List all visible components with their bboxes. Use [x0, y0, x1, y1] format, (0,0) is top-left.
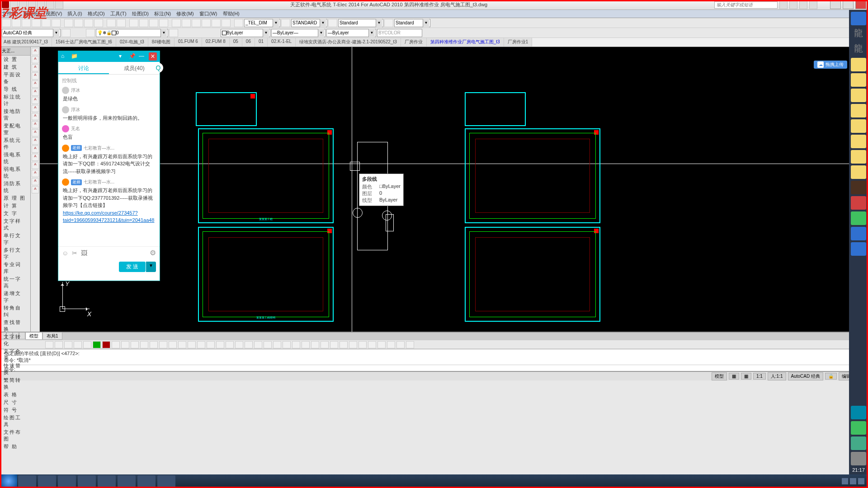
- drawing-canvas[interactable]: 某某某工程 某某某工程照明 ☁ 拖拽上传: [40, 47, 858, 332]
- bt-btn[interactable]: [273, 341, 281, 348]
- layout-scrollbar[interactable]: [62, 332, 868, 340]
- send-button[interactable]: 发 送: [119, 262, 146, 272]
- bt-btn[interactable]: [406, 341, 414, 348]
- bt-btn[interactable]: [121, 341, 129, 348]
- doc-tab-active[interactable]: 第四种准维作业厂房电气施工图_t3: [427, 38, 504, 47]
- tb-redo[interactable]: [117, 19, 126, 27]
- palette-item[interactable]: 文 字: [0, 210, 30, 217]
- tray-icon[interactable]: [850, 478, 856, 484]
- tb-undo[interactable]: [107, 19, 116, 27]
- palette-item[interactable]: 系统元件: [0, 136, 30, 151]
- bt-btn[interactable]: [74, 341, 82, 348]
- palette-item[interactable]: 导 线: [0, 85, 30, 93]
- palette-item[interactable]: 标注统计: [0, 93, 30, 108]
- start-button[interactable]: [0, 474, 17, 488]
- emoji-icon[interactable]: ☺: [62, 249, 68, 257]
- tb-publish[interactable]: [52, 19, 61, 27]
- gadget[interactable]: [851, 421, 866, 435]
- bt-btn[interactable]: [340, 341, 348, 348]
- lp-a3[interactable]: A: [32, 64, 39, 71]
- sb-model[interactable]: 模型: [712, 372, 727, 380]
- bt-btn[interactable]: [64, 341, 72, 348]
- menu-dim[interactable]: 标注(N): [154, 10, 171, 17]
- palette-item[interactable]: 文字样式: [0, 217, 30, 232]
- palette-item[interactable]: 建 筑: [0, 63, 30, 71]
- palette-item[interactable]: 文件布图: [0, 428, 30, 443]
- tb-markup[interactable]: [212, 19, 221, 27]
- bt-btn[interactable]: [169, 341, 177, 348]
- bt-btn[interactable]: [359, 341, 367, 348]
- help2-icon[interactable]: [809, 1, 817, 9]
- help-search[interactable]: [714, 1, 778, 9]
- maximize-button[interactable]: [843, 1, 854, 9]
- minimize-button[interactable]: [830, 1, 841, 9]
- gadget-folder[interactable]: [851, 119, 866, 133]
- bt-btn[interactable]: [377, 341, 386, 348]
- tb-tblstyle-icon[interactable]: [328, 19, 337, 27]
- palette-item[interactable]: 文字转化: [0, 333, 30, 347]
- ws-settings[interactable]: [61, 29, 71, 37]
- bt-btn[interactable]: [188, 341, 196, 348]
- taskbar-item[interactable]: [78, 475, 96, 487]
- bt-btn[interactable]: [396, 341, 405, 348]
- palette-item[interactable]: 统一字高: [0, 275, 30, 290]
- menu-format[interactable]: 格式(O): [88, 10, 105, 17]
- palette-item[interactable]: 尺 寸: [0, 399, 30, 406]
- tb-tool-pal[interactable]: [192, 19, 201, 27]
- doc-tab[interactable]: 厂房作业1: [504, 38, 533, 47]
- chat-folder-icon[interactable]: 📁: [71, 53, 78, 60]
- bt-btn[interactable]: [216, 341, 224, 348]
- bt-btn[interactable]: [349, 341, 357, 348]
- gadget[interactable]: [851, 181, 866, 194]
- tb-props[interactable]: [172, 19, 181, 27]
- sb-scale1[interactable]: 1:1: [753, 373, 766, 380]
- palette-item[interactable]: 文字合并: [0, 347, 30, 362]
- palette-item[interactable]: 单行文字: [0, 232, 30, 246]
- gadget-folder[interactable]: [851, 73, 866, 87]
- lp-a2[interactable]: A: [32, 56, 39, 63]
- layer-prev[interactable]: [169, 29, 178, 37]
- chat-pin-icon[interactable]: 📌: [129, 53, 136, 60]
- doc-tab[interactable]: 01.FUM 6: [175, 38, 202, 47]
- bt-btn[interactable]: [159, 341, 167, 348]
- taskbar-item[interactable]: [18, 475, 36, 487]
- bt-btn[interactable]: [292, 341, 300, 348]
- lp-a18[interactable]: A: [32, 186, 39, 193]
- layout1-tab[interactable]: 布局1: [42, 332, 62, 340]
- lp-a16[interactable]: A: [32, 170, 39, 177]
- doc-tab[interactable]: 绿地安庆酒店-办公及商业-建施-2.1-20190522_t3: [296, 38, 401, 47]
- scissors-icon[interactable]: ✂: [72, 249, 77, 257]
- palette-item[interactable]: 绘图工具: [0, 414, 30, 428]
- lp-a15[interactable]: A: [32, 162, 39, 169]
- doc-tab[interactable]: 8#楼电图: [148, 38, 175, 47]
- gadget-folder[interactable]: [851, 150, 866, 164]
- menu-help[interactable]: 帮助(H): [223, 10, 240, 17]
- palette-item[interactable]: 弱电系统: [0, 165, 30, 180]
- dim-style-combo[interactable]: _TEL_DIM▼: [244, 19, 280, 27]
- tb-textstyle-icon[interactable]: [281, 19, 290, 27]
- taskbar-item[interactable]: [118, 475, 136, 487]
- tray-icon[interactable]: [858, 478, 864, 484]
- gadget[interactable]: [851, 406, 866, 419]
- doc-tab[interactable]: 厂房作业: [401, 38, 427, 47]
- bt-btn[interactable]: [150, 341, 158, 348]
- palette-item[interactable]: 专业词库: [0, 261, 30, 275]
- system-tray[interactable]: [842, 478, 868, 484]
- menu-tools[interactable]: 工具(T): [110, 10, 127, 17]
- bt-btn[interactable]: [254, 341, 262, 348]
- palette-item[interactable]: 递增文字: [0, 290, 30, 304]
- palette-item[interactable]: 消防系统: [0, 180, 30, 194]
- doc-tab[interactable]: 01: [255, 38, 268, 47]
- doc-tab[interactable]: 02.FUM 8: [202, 38, 230, 47]
- bt-btn[interactable]: [245, 341, 253, 348]
- bt-btn[interactable]: [302, 341, 310, 348]
- tb-paste[interactable]: [84, 19, 93, 27]
- palette-item[interactable]: 计 算: [0, 202, 30, 210]
- chat-dropdown-icon[interactable]: ▾: [119, 53, 126, 60]
- palette-item[interactable]: 变配电室: [0, 122, 30, 136]
- menu-view[interactable]: 视图(V): [46, 10, 62, 17]
- menu-draw[interactable]: 绘图(D): [132, 10, 149, 17]
- bt-btn[interactable]: [102, 341, 110, 348]
- tb-dimstyle-icon[interactable]: [234, 19, 243, 27]
- taskbar-item[interactable]: [137, 475, 156, 487]
